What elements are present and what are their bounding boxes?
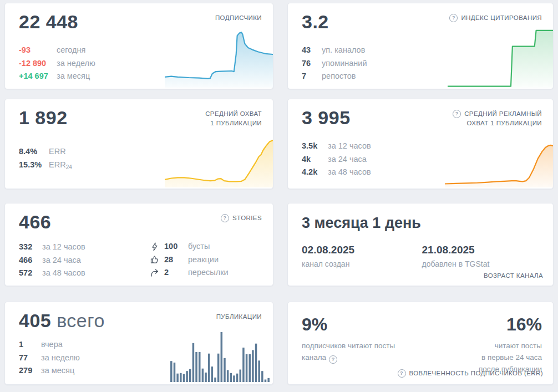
- created-label: канал создан: [302, 259, 422, 268]
- subscribers-stats: -93 сегодня -12 890 за неделю +14 697 за…: [19, 44, 262, 83]
- err-columns: 9% подписчиков читают посты канала 16% ч…: [302, 314, 542, 375]
- stat-label: репостов: [322, 70, 356, 83]
- stat-label: за 12 часов: [328, 140, 371, 153]
- stat-value: 4.2k: [302, 166, 328, 179]
- stat-label: упоминаний: [322, 57, 367, 70]
- avg-reach-card: 1 892 СРЕДНИЙ ОХВАТ 1 ПУБЛИКАЦИИ 8.4% ER…: [4, 99, 273, 189]
- stat-value: 4k: [302, 153, 328, 166]
- publications-card-title: ПУБЛИКАЦИИ: [216, 312, 262, 322]
- stat-label: за 48 часов: [42, 267, 85, 280]
- help-icon[interactable]: [449, 14, 458, 22]
- avg-ad-reach-card: 3 995 СРЕДНИЙ РЕКЛАМНЫЙ ОХВАТ 1 ПУБЛИКАЦ…: [287, 99, 554, 189]
- stat-value: -12 890: [19, 57, 57, 70]
- stat-row: -12 890 за неделю: [19, 57, 262, 70]
- avg-ad-reach-card-title: СРЕДНИЙ РЕКЛАМНЫЙ ОХВАТ 1 ПУБЛИКАЦИИ: [453, 109, 542, 129]
- stat-label: за 24 часа: [42, 254, 81, 267]
- engagement-value: 2: [164, 266, 183, 279]
- stat-value: 466: [19, 254, 42, 267]
- subscribers-card-title: ПОДПИСЧИКИ: [215, 13, 262, 23]
- created-block: 02.08.2025 канал создан: [302, 244, 422, 268]
- thumb-up-icon: [150, 255, 159, 264]
- added-block: 21.08.2025 добавлен в TGStat: [422, 244, 542, 268]
- avg-reach-card-title: СРЕДНИЙ ОХВАТ 1 ПУБЛИКАЦИИ: [205, 109, 262, 129]
- stat-value: 77: [19, 352, 41, 365]
- stat-row: +14 697 за месяц: [19, 70, 262, 83]
- stat-label: ERR: [49, 145, 66, 159]
- stat-value: +14 697: [19, 70, 57, 83]
- citation-index-card: 3.2 ИНДЕКС ЦИТИРОВАНИЯ 43 уп. каналов 76…: [287, 3, 554, 89]
- stat-label: ERR24: [49, 159, 72, 174]
- stat-row: 76 упоминаний: [302, 57, 542, 70]
- stat-row: 1 вчера: [19, 338, 262, 352]
- err-left-block: 9% подписчиков читают посты канала: [302, 314, 418, 364]
- stat-label: вчера: [41, 338, 63, 352]
- stat-row: -93 сегодня: [19, 44, 262, 57]
- help-icon[interactable]: [398, 369, 406, 378]
- stat-row: 15.3% ERR24: [19, 159, 262, 174]
- help-icon[interactable]: [453, 110, 461, 118]
- stat-row: 279 за месяц: [19, 364, 262, 378]
- citation-index-stats: 43 уп. каналов 76 упоминаний 7 репостов: [302, 44, 542, 83]
- stories-engagement: 100 бусты 28 реакции 2 пересылки: [150, 240, 229, 279]
- engagement-value: 28: [164, 253, 183, 267]
- added-label: добавлен в TGStat: [422, 259, 542, 268]
- stat-label: за 24 часа: [328, 153, 367, 166]
- stat-label: за месяц: [57, 70, 90, 83]
- created-date: 02.08.2025: [302, 244, 422, 256]
- stat-value: 7: [302, 70, 322, 83]
- stat-label: за 48 часов: [328, 166, 371, 179]
- stories-card: 466 STORIES 332 за 12 часов 466 за 24 ча…: [4, 203, 273, 286]
- stat-label: за месяц: [41, 364, 74, 378]
- stat-label: за 12 часов: [42, 241, 85, 254]
- stat-row: 8.4% ERR: [19, 145, 262, 159]
- stat-row: 77 за неделю: [19, 352, 262, 365]
- engagement-row: 2 пересылки: [150, 266, 229, 279]
- channel-age-value: 3 месяца 1 день: [302, 215, 542, 232]
- engagement-row: 100 бусты: [150, 240, 229, 253]
- engagement-label: реакции: [188, 253, 219, 267]
- stat-row: 7 репостов: [302, 70, 542, 83]
- publications-stats: 1 вчера 77 за неделю 279 за месяц: [19, 338, 262, 378]
- help-icon[interactable]: [329, 355, 337, 364]
- stat-value: -93: [19, 44, 57, 57]
- help-icon[interactable]: [221, 214, 229, 222]
- stat-row: 43 уп. каналов: [302, 44, 542, 57]
- avg-reach-stats: 8.4% ERR 15.3% ERR24: [19, 145, 262, 174]
- stat-label: сегодня: [57, 44, 85, 57]
- stat-value: 8.4%: [19, 145, 49, 159]
- channel-age-card-title: ВОЗРАСТ КАНАЛА: [484, 272, 543, 279]
- dashboard: 22 448 ПОДПИСЧИКИ -93 сегодня -12 890 за…: [0, 0, 558, 388]
- err-left-label: подписчиков читают посты канала: [302, 340, 418, 364]
- stat-value: 76: [302, 57, 322, 70]
- stat-label: за неделю: [41, 352, 80, 365]
- stat-row: 4.2k за 48 часов: [302, 166, 542, 179]
- err-card: 9% подписчиков читают посты канала 16% ч…: [287, 302, 554, 385]
- stat-label: за неделю: [57, 57, 95, 70]
- engagement-row: 28 реакции: [150, 253, 229, 267]
- stories-card-title: STORIES: [221, 213, 262, 223]
- err-right-block: 16% читают посты в первые 24 часа после …: [479, 314, 542, 375]
- stat-value: 279: [19, 364, 41, 378]
- subscribers-card: 22 448 ПОДПИСЧИКИ -93 сегодня -12 890 за…: [4, 3, 273, 89]
- stat-value: 1: [19, 338, 41, 352]
- engagement-label: бусты: [188, 240, 210, 253]
- forward-icon: [150, 268, 159, 277]
- stat-value: 332: [19, 241, 42, 254]
- stat-value: 572: [19, 267, 42, 280]
- channel-age-dates: 02.08.2025 канал создан 21.08.2025 добав…: [302, 244, 542, 268]
- engagement-value: 100: [164, 240, 183, 253]
- stat-row: 3.5k за 12 часов: [302, 140, 542, 153]
- stat-value: 43: [302, 44, 322, 57]
- avg-ad-reach-stats: 3.5k за 12 часов 4k за 24 часа 4.2k за 4…: [302, 140, 542, 179]
- err-left-value: 9%: [302, 314, 418, 335]
- channel-age-card: 3 месяца 1 день 02.08.2025 канал создан …: [287, 203, 554, 286]
- err-card-title: ВОВЛЕЧЕННОСТЬ ПОДПИСЧИКОВ (ERR): [398, 369, 543, 378]
- stat-label: уп. каналов: [322, 44, 365, 57]
- stat-value: 15.3%: [19, 159, 49, 172]
- citation-index-card-title: ИНДЕКС ЦИТИРОВАНИЯ: [449, 13, 542, 23]
- publications-card: 405 всего ПУБЛИКАЦИИ 1 вчера 77 за недел…: [4, 302, 273, 385]
- publications-value-suffix: всего: [57, 310, 105, 331]
- err24-subscript: 24: [66, 164, 72, 170]
- engagement-label: пересылки: [188, 266, 229, 279]
- added-date: 21.08.2025: [422, 244, 542, 256]
